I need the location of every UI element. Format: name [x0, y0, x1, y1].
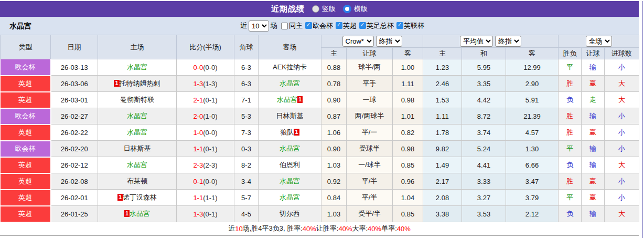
league-type-cell: 英超	[1, 206, 51, 222]
avg-time-select[interactable]: 终指	[495, 36, 521, 47]
home-team-cell: 水晶宫	[98, 157, 177, 173]
avg-draw-cell: 3.35	[462, 76, 506, 92]
result-handicap-cell: 走	[582, 92, 605, 108]
header-score: 比分(半场)	[177, 35, 234, 59]
recent-count-select[interactable]: 10	[249, 20, 269, 32]
result-handicap-cell: 输	[582, 141, 605, 157]
summary-segment: 近	[228, 224, 235, 233]
home-team-cell: 1托特纳姆热刺	[98, 76, 177, 92]
filters: 近 10 场 同主 欧会杯英超英足总杯英联杯	[239, 17, 424, 35]
odds-away-cell: 1.11	[393, 76, 423, 92]
league-badge-label: 英超	[18, 128, 32, 136]
league-type-cell: 英超	[1, 157, 51, 173]
avg-home-cell: 2.17	[423, 173, 462, 190]
away-team-cell: 水晶宫1	[259, 92, 321, 108]
home-team-cell: 1水晶宫	[98, 206, 177, 222]
result-goals-cell: 小	[605, 125, 639, 141]
avg-source-select[interactable]: 平均值	[460, 36, 493, 47]
fulltime-score: 1-3	[193, 80, 203, 88]
league-checkbox[interactable]	[305, 22, 312, 29]
odds-line-cell: 平/半	[347, 173, 393, 190]
league-type-cell: 英超	[1, 190, 51, 206]
result-handicap-value: 赢	[589, 177, 596, 185]
odds-away-cell: 1.00	[393, 59, 423, 76]
fulltime-score: 2-0	[193, 112, 203, 120]
corner-cell: 5-7	[234, 190, 259, 206]
odds-line-cell: 一球	[347, 92, 393, 108]
league-badge-label: 英超	[18, 79, 32, 87]
subheader-avg_sub-2: 客	[506, 48, 559, 59]
summary-segment: 让胜率:	[316, 224, 339, 233]
result-outcome-cell: 胜	[559, 108, 582, 125]
away-team-cell: 日林斯基	[259, 108, 321, 125]
odds-away-cell: 0.98	[393, 141, 423, 157]
away-team-name: 水晶宫	[280, 177, 300, 185]
radio-selected-icon[interactable]	[343, 5, 351, 13]
odds-source-select[interactable]: Crow*	[342, 36, 374, 47]
date-cell: 26-03-06	[51, 76, 98, 92]
date-cell: 26-03-13	[51, 59, 98, 76]
rank-badge: 1	[294, 129, 299, 136]
avg-away-cell: 5.91	[506, 92, 559, 108]
avg-home-cell: 2.08	[423, 190, 462, 206]
corner-cell: 8-2	[234, 157, 259, 173]
result-scope-select[interactable]: 全场	[586, 36, 612, 47]
result-goals-cell: 大	[605, 76, 639, 92]
fulltime-score: 0-1	[193, 178, 203, 185]
same-home-checkbox[interactable]	[281, 23, 288, 29]
header-type: 类型	[1, 35, 51, 59]
league-type-cell: 英超	[1, 125, 51, 141]
home-team-cell: 水晶宫	[98, 125, 177, 141]
corner-cell: 3-4	[234, 173, 259, 190]
result-handicap-value: 输	[589, 161, 596, 169]
league-checkbox[interactable]	[336, 22, 342, 29]
league-filter-group: 欧会杯英超英足总杯英联杯	[303, 21, 424, 30]
summary-segment: 场,胜4平3负3, 胜率:	[243, 224, 303, 233]
filter-bar: 水晶宫 近 10 场 同主 欧会杯英超英足总杯英联杯	[0, 17, 639, 35]
result-handicap-cell: 输	[582, 206, 605, 222]
summary-segment: 40%	[303, 225, 316, 233]
summary-segment: 40%	[368, 225, 381, 233]
odds-away-cell: 1.04	[393, 190, 423, 206]
result-handicap-cell: 赢	[582, 125, 605, 141]
result-outcome-cell: 负	[559, 92, 582, 108]
radio-horizontal-layout[interactable]: 横版	[343, 4, 368, 14]
result-handicap-cell: 赢	[582, 76, 605, 92]
radio-vertical-layout[interactable]: 竖版	[312, 4, 336, 14]
away-team-name: 日林斯基	[276, 112, 304, 120]
away-team-name: 水晶宫	[277, 96, 297, 104]
away-team-cell: 狼队1	[259, 125, 321, 141]
summary-segment: 40%	[397, 225, 411, 233]
result-outcome-value: 平	[566, 193, 573, 201]
result-goals-value: 大	[618, 161, 625, 169]
radio-unselected-icon[interactable]	[312, 5, 319, 13]
date-cell: 26-03-01	[51, 92, 98, 108]
league-checkbox[interactable]	[396, 22, 403, 29]
odds-home-cell: 0.92	[321, 173, 347, 190]
title-bar: 近期战绩 竖版 横版	[0, 1, 639, 17]
result-outcome-cell: 胜	[559, 76, 582, 92]
league-checkbox[interactable]	[359, 22, 366, 29]
home-team-cell: 1诺丁汉森林	[98, 190, 177, 206]
odds-home-cell: 0.87	[321, 108, 347, 125]
away-team-name: 水晶宫	[280, 79, 300, 87]
score-cell: 1-3(0-1)	[177, 206, 234, 222]
halftime-score: (1-3)	[203, 80, 217, 88]
league-badge-label: 欧会杯	[15, 63, 36, 71]
league-type-cell: 欧会杯	[1, 59, 51, 76]
result-goals-value: 小	[618, 128, 625, 136]
games-label: 场	[271, 21, 277, 30]
avg-home-cell: 1.11	[423, 108, 462, 125]
home-team-name: 托特纳姆热刺	[120, 79, 160, 87]
avg-draw-cell: 8.72	[462, 108, 506, 125]
avg-draw-cell: 3.27	[462, 190, 506, 206]
rank-badge: 1	[117, 194, 123, 201]
table-row: 英超26-02-12水晶宫2-3(2-3)8-2伯恩利1.03一/球半0.851…	[1, 157, 639, 173]
date-cell: 26-02-01	[51, 190, 98, 206]
fulltime-score: 2-3	[193, 161, 203, 169]
header-date: 日期	[51, 35, 98, 59]
home-team-name: 诺丁汉森林	[123, 193, 157, 201]
odds-away-cell: 0.98	[393, 92, 423, 108]
odds-time-select[interactable]: 终指	[376, 36, 402, 47]
result-outcome-cell: 胜	[559, 173, 582, 190]
